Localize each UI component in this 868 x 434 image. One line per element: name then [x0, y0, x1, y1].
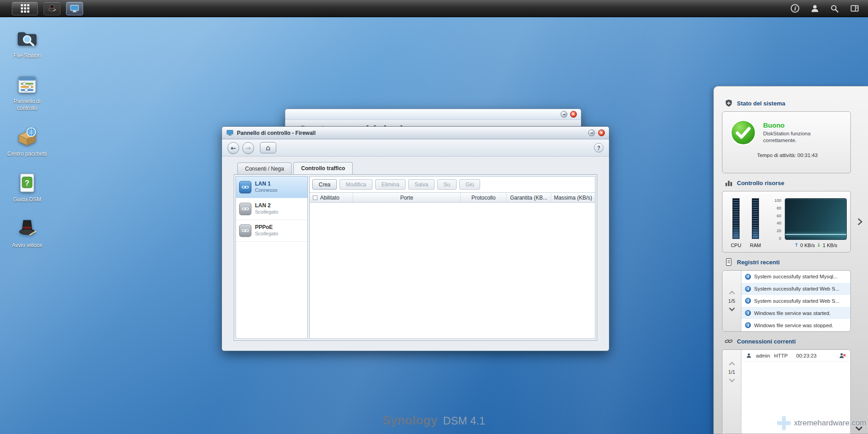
desktop-icon-label: Guida DSM [13, 196, 41, 203]
log-row[interactable]: i System successfully started Mysql... [741, 271, 850, 283]
giu-button[interactable]: Giù [459, 179, 481, 190]
scale-tick: 100 [774, 198, 781, 203]
column-label: Massima (KB/s) [554, 195, 592, 201]
crea-button[interactable]: Crea [312, 179, 337, 190]
window-monitor-icon [226, 129, 234, 137]
rules-table-area: Crea Modifica Elimina Salva Su Giù Abili… [309, 176, 595, 339]
select-all-checkbox[interactable] [313, 196, 317, 200]
column-header-massima[interactable]: Massima (KB/s) [551, 193, 595, 202]
column-label: Garantita (KB... [510, 195, 547, 201]
tab-label: Consenti / Nega [245, 166, 284, 172]
column-header-porte[interactable]: Porte [353, 193, 461, 202]
cpu-meter [732, 198, 740, 239]
help-button[interactable]: ? [594, 143, 604, 153]
taskbar: i [0, 0, 868, 17]
tab-controllo-traffico[interactable]: Controllo traffico [293, 162, 353, 174]
search-button[interactable] [829, 3, 840, 14]
info-icon: i [745, 298, 751, 304]
desktop-icon-label: File Station [14, 52, 41, 59]
system-info-button[interactable]: i [789, 3, 800, 14]
main-menu-button[interactable] [12, 2, 38, 15]
main-menu-grid-icon [21, 4, 29, 13]
su-button[interactable]: Su [437, 179, 457, 190]
firewall-navbar: ← → ⌂ ? [222, 139, 609, 157]
desktop-icon-control-panel[interactable]: Pannello di controllo [3, 74, 52, 112]
firewall-body: Consenti / Nega Controllo traffico LAN 1 [222, 157, 609, 351]
log-row[interactable]: i System successfully started Web S... [741, 283, 850, 295]
page-down-chevron[interactable] [729, 307, 735, 311]
firewall-window: Pannello di controllo - Firewall × ← → ⌂… [222, 126, 609, 351]
disconnect-user-icon[interactable] [839, 353, 846, 358]
info-icon: i [745, 310, 751, 316]
close-icon: × [572, 112, 575, 117]
desktop-icon-dsm-help[interactable]: ? Guida DSM [3, 172, 52, 203]
system-status-box: Buono DiskStation funziona correttamente… [722, 111, 851, 173]
forward-arrow-icon: → [245, 144, 251, 152]
minimize-button[interactable] [588, 129, 595, 136]
scale-tick: 20 [777, 229, 781, 233]
page-up-chevron[interactable] [729, 362, 735, 366]
minimize-button[interactable] [561, 111, 567, 118]
back-button[interactable]: ← [227, 142, 239, 154]
firewall-tabs: Consenti / Nega Controllo traffico [234, 162, 597, 174]
interface-item-pppoe[interactable]: PPPoE Scollegato [236, 220, 307, 242]
interface-name: LAN 2 [255, 202, 278, 209]
storage-manager-titlebar[interactable]: × [285, 109, 581, 120]
forward-button[interactable]: → [242, 142, 254, 154]
link-connected-icon [239, 181, 251, 193]
magician-hat-icon [47, 4, 57, 14]
column-label: Abilitato [320, 195, 340, 201]
desktop-icon-quick-start[interactable]: Avvio veloce [3, 218, 52, 249]
column-header-garantita[interactable]: Garantita (KB... [507, 193, 551, 202]
log-text: System successfully started Mysql... [754, 274, 838, 279]
log-row[interactable]: i System successfully started Web S... [741, 295, 850, 307]
desktop-icon-column: File Station Pannello di controllo Centr… [3, 28, 52, 249]
open-resource-monitor-chevron[interactable] [858, 218, 863, 225]
desktop-icon-package-center[interactable]: Centro pacchetti [3, 126, 52, 157]
resource-monitor-box: CPU RAM 100 80 60 40 20 0 ↑ 0 KB/s ↓ 1 K… [722, 191, 851, 253]
interface-status: Connesso [255, 187, 278, 194]
taskbar-app-storage-manager[interactable] [66, 2, 83, 15]
connections-header: Connessioni correnti [714, 332, 868, 349]
log-text: System successfully started Web S... [754, 286, 840, 291]
page-down-chevron[interactable] [729, 378, 735, 382]
info-icon: i [791, 4, 799, 13]
logs-page-indicator: 1/5 [728, 298, 735, 304]
pilot-view-button[interactable] [849, 3, 860, 14]
home-icon: ⌂ [266, 143, 270, 152]
log-row[interactable]: i Windows file service was stopped. [741, 319, 850, 331]
modifica-button[interactable]: Modifica [340, 179, 373, 190]
log-row[interactable]: i Windows file service was started. [741, 307, 850, 319]
panel-columns-icon [850, 4, 859, 13]
taskbar-app-quick-start[interactable] [43, 2, 61, 15]
cpu-label: CPU [731, 243, 741, 248]
system-status-value: Buono [763, 121, 831, 129]
traffic-control-panel: LAN 1 Connesso LAN 2 Scollegato [234, 174, 597, 341]
xtremehardware-site-text: xtremehardware.com [794, 419, 866, 428]
close-button[interactable]: × [598, 129, 605, 136]
desktop-icon-label: Avvio veloce [12, 242, 42, 249]
interface-item-lan1[interactable]: LAN 1 Connesso [236, 176, 307, 198]
elimina-button[interactable]: Elimina [375, 179, 406, 190]
question-glyph: ? [25, 179, 29, 187]
resources-header: Controllo risorse [714, 173, 868, 191]
desktop-icon-file-station[interactable]: File Station [3, 28, 52, 59]
interface-list: LAN 1 Connesso LAN 2 Scollegato [236, 176, 308, 339]
link-disconnected-icon [239, 224, 251, 237]
help-icon: ? [597, 145, 600, 151]
user-account-button[interactable] [809, 3, 820, 14]
tab-consenti-nega[interactable]: Consenti / Nega [237, 162, 292, 174]
column-header-protocollo[interactable]: Protocollo [461, 193, 507, 202]
interface-name: LAN 1 [255, 181, 278, 187]
salva-button[interactable]: Salva [408, 179, 434, 190]
column-header-abilitato[interactable]: Abilitato [310, 193, 353, 202]
firewall-titlebar[interactable]: Pannello di controllo - Firewall × [222, 127, 609, 139]
home-button[interactable]: ⌂ [260, 142, 276, 153]
file-station-icon [16, 28, 38, 50]
page-up-chevron[interactable] [729, 291, 735, 295]
interface-item-lan2[interactable]: LAN 2 Scollegato [236, 198, 307, 220]
search-icon [830, 4, 839, 13]
close-button[interactable]: × [570, 111, 577, 118]
shield-icon [725, 99, 733, 107]
desktop-icon-label: Pannello di controllo [5, 98, 49, 112]
